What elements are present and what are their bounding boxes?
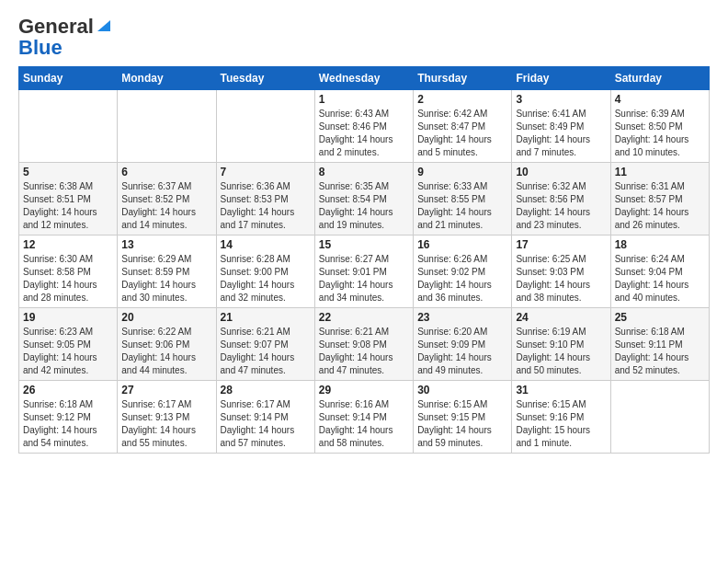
calendar-cell: 27Sunrise: 6:17 AMSunset: 9:13 PMDayligh… (118, 380, 216, 453)
day-info: Sunrise: 6:42 AMSunset: 8:47 PMDaylight:… (417, 108, 507, 159)
day-info: Sunrise: 6:17 AMSunset: 9:14 PMDaylight:… (221, 398, 311, 450)
calendar-cell: 19Sunrise: 6:23 AMSunset: 9:05 PMDayligh… (19, 307, 118, 380)
day-number: 29 (319, 384, 409, 396)
day-number: 16 (417, 238, 507, 251)
calendar-cell: 23Sunrise: 6:20 AMSunset: 9:09 PMDayligh… (414, 307, 512, 380)
day-info: Sunrise: 6:28 AMSunset: 9:00 PMDaylight:… (221, 253, 311, 304)
calendar-week-row: 1Sunrise: 6:43 AMSunset: 8:46 PMDaylight… (19, 89, 710, 162)
day-info: Sunrise: 6:37 AMSunset: 8:52 PMDaylight:… (121, 180, 211, 232)
calendar-cell (19, 89, 118, 162)
day-info: Sunrise: 6:38 AMSunset: 8:51 PMDaylight:… (23, 180, 113, 232)
day-info: Sunrise: 6:30 AMSunset: 8:58 PMDaylight:… (23, 253, 113, 304)
svg-marker-0 (97, 20, 110, 31)
day-number: 1 (319, 93, 409, 106)
day-info: Sunrise: 6:15 AMSunset: 9:16 PMDaylight:… (516, 398, 606, 450)
day-number: 28 (221, 384, 311, 396)
calendar-body: 1Sunrise: 6:43 AMSunset: 8:46 PMDaylight… (19, 89, 710, 453)
day-info: Sunrise: 6:26 AMSunset: 9:02 PMDaylight:… (417, 253, 507, 304)
calendar-cell: 30Sunrise: 6:15 AMSunset: 9:15 PMDayligh… (414, 380, 512, 453)
day-info: Sunrise: 6:25 AMSunset: 9:03 PMDaylight:… (516, 253, 606, 304)
calendar-cell (610, 380, 709, 453)
calendar-cell (216, 89, 314, 162)
weekday-header-cell: Friday (512, 66, 610, 89)
day-number: 27 (121, 384, 211, 396)
day-number: 26 (23, 384, 113, 396)
day-info: Sunrise: 6:24 AMSunset: 9:04 PMDaylight:… (615, 253, 705, 304)
calendar-cell: 4Sunrise: 6:39 AMSunset: 8:50 PMDaylight… (610, 89, 709, 162)
day-number: 25 (615, 311, 705, 324)
day-number: 14 (221, 238, 311, 251)
logo-triangle-icon (96, 17, 112, 33)
day-number: 9 (417, 166, 507, 178)
day-info: Sunrise: 6:29 AMSunset: 8:59 PMDaylight:… (121, 253, 211, 304)
day-info: Sunrise: 6:31 AMSunset: 8:57 PMDaylight:… (615, 180, 705, 232)
calendar-cell: 13Sunrise: 6:29 AMSunset: 8:59 PMDayligh… (118, 235, 216, 307)
day-info: Sunrise: 6:35 AMSunset: 8:54 PMDaylight:… (319, 180, 409, 232)
calendar-cell: 7Sunrise: 6:36 AMSunset: 8:53 PMDaylight… (216, 162, 314, 235)
logo-blue: Blue (18, 39, 63, 57)
weekday-header-cell: Monday (118, 66, 216, 89)
calendar-cell: 20Sunrise: 6:22 AMSunset: 9:06 PMDayligh… (118, 307, 216, 380)
calendar-cell: 14Sunrise: 6:28 AMSunset: 9:00 PMDayligh… (216, 235, 314, 307)
weekday-header-cell: Sunday (19, 66, 118, 89)
day-number: 31 (516, 384, 606, 396)
day-number: 30 (417, 384, 507, 396)
calendar-week-row: 5Sunrise: 6:38 AMSunset: 8:51 PMDaylight… (19, 162, 710, 235)
day-info: Sunrise: 6:21 AMSunset: 9:08 PMDaylight:… (319, 326, 409, 377)
day-info: Sunrise: 6:15 AMSunset: 9:15 PMDaylight:… (417, 398, 507, 450)
day-info: Sunrise: 6:16 AMSunset: 9:14 PMDaylight:… (319, 398, 409, 450)
day-number: 2 (417, 93, 507, 106)
calendar-cell: 1Sunrise: 6:43 AMSunset: 8:46 PMDaylight… (314, 89, 413, 162)
day-number: 24 (516, 311, 606, 324)
day-number: 12 (23, 238, 113, 251)
calendar-cell: 10Sunrise: 6:32 AMSunset: 8:56 PMDayligh… (512, 162, 610, 235)
calendar-cell: 6Sunrise: 6:37 AMSunset: 8:52 PMDaylight… (118, 162, 216, 235)
day-number: 20 (121, 311, 211, 324)
day-number: 4 (615, 93, 705, 106)
header: General Blue (18, 15, 710, 57)
calendar: SundayMondayTuesdayWednesdayThursdayFrid… (18, 66, 710, 454)
day-info: Sunrise: 6:36 AMSunset: 8:53 PMDaylight:… (221, 180, 311, 232)
day-number: 21 (221, 311, 311, 324)
calendar-cell: 25Sunrise: 6:18 AMSunset: 9:11 PMDayligh… (610, 307, 709, 380)
calendar-cell: 21Sunrise: 6:21 AMSunset: 9:07 PMDayligh… (216, 307, 314, 380)
calendar-cell: 18Sunrise: 6:24 AMSunset: 9:04 PMDayligh… (610, 235, 709, 307)
weekday-header-row: SundayMondayTuesdayWednesdayThursdayFrid… (19, 66, 710, 89)
calendar-week-row: 26Sunrise: 6:18 AMSunset: 9:12 PMDayligh… (19, 380, 710, 453)
day-number: 8 (319, 166, 409, 178)
weekday-header-cell: Wednesday (314, 66, 413, 89)
day-info: Sunrise: 6:32 AMSunset: 8:56 PMDaylight:… (516, 180, 606, 232)
day-number: 6 (121, 166, 211, 178)
day-info: Sunrise: 6:33 AMSunset: 8:55 PMDaylight:… (417, 180, 507, 232)
calendar-cell: 11Sunrise: 6:31 AMSunset: 8:57 PMDayligh… (610, 162, 709, 235)
calendar-cell: 2Sunrise: 6:42 AMSunset: 8:47 PMDaylight… (414, 89, 512, 162)
day-info: Sunrise: 6:19 AMSunset: 9:10 PMDaylight:… (516, 326, 606, 377)
calendar-cell: 15Sunrise: 6:27 AMSunset: 9:01 PMDayligh… (314, 235, 413, 307)
day-number: 11 (615, 166, 705, 178)
calendar-cell: 26Sunrise: 6:18 AMSunset: 9:12 PMDayligh… (19, 380, 118, 453)
page: General Blue SundayMondayTuesdayWednesda… (0, 0, 728, 563)
day-number: 19 (23, 311, 113, 324)
day-info: Sunrise: 6:23 AMSunset: 9:05 PMDaylight:… (23, 326, 113, 377)
day-number: 17 (516, 238, 606, 251)
day-info: Sunrise: 6:39 AMSunset: 8:50 PMDaylight:… (615, 108, 705, 159)
day-info: Sunrise: 6:43 AMSunset: 8:46 PMDaylight:… (319, 108, 409, 159)
calendar-cell: 28Sunrise: 6:17 AMSunset: 9:14 PMDayligh… (216, 380, 314, 453)
day-info: Sunrise: 6:27 AMSunset: 9:01 PMDaylight:… (319, 253, 409, 304)
calendar-cell: 8Sunrise: 6:35 AMSunset: 8:54 PMDaylight… (314, 162, 413, 235)
calendar-cell: 12Sunrise: 6:30 AMSunset: 8:58 PMDayligh… (19, 235, 118, 307)
calendar-cell: 17Sunrise: 6:25 AMSunset: 9:03 PMDayligh… (512, 235, 610, 307)
calendar-cell (118, 89, 216, 162)
calendar-cell: 9Sunrise: 6:33 AMSunset: 8:55 PMDaylight… (414, 162, 512, 235)
calendar-cell: 5Sunrise: 6:38 AMSunset: 8:51 PMDaylight… (19, 162, 118, 235)
day-number: 23 (417, 311, 507, 324)
calendar-cell: 29Sunrise: 6:16 AMSunset: 9:14 PMDayligh… (314, 380, 413, 453)
day-info: Sunrise: 6:41 AMSunset: 8:49 PMDaylight:… (516, 108, 606, 159)
day-number: 10 (516, 166, 606, 178)
calendar-week-row: 19Sunrise: 6:23 AMSunset: 9:05 PMDayligh… (19, 307, 710, 380)
calendar-cell: 22Sunrise: 6:21 AMSunset: 9:08 PMDayligh… (314, 307, 413, 380)
day-number: 18 (615, 238, 705, 251)
day-number: 13 (121, 238, 211, 251)
day-number: 7 (221, 166, 311, 178)
day-info: Sunrise: 6:21 AMSunset: 9:07 PMDaylight:… (221, 326, 311, 377)
